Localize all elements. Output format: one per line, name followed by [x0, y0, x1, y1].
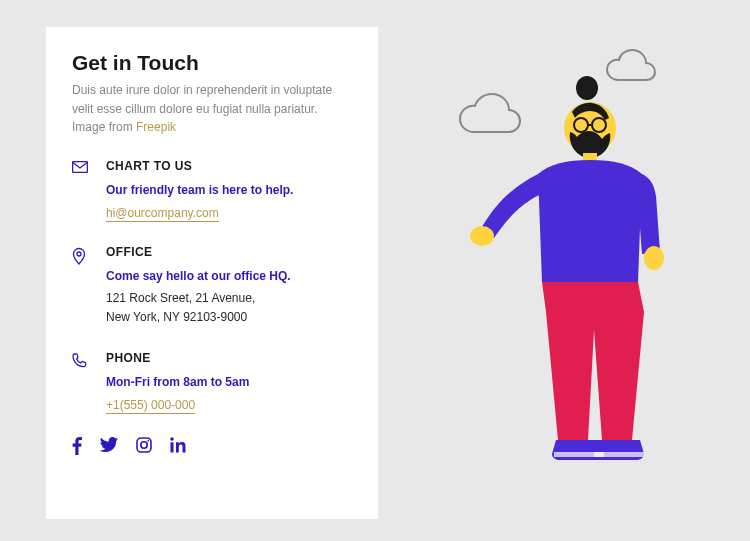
instagram-icon[interactable]: [136, 437, 152, 455]
svg-point-4: [147, 440, 149, 442]
facebook-icon[interactable]: [72, 437, 82, 455]
page-title: Get in Touch: [72, 51, 352, 75]
section-chart: CHART TO US Our friendly team is here to…: [72, 159, 352, 221]
phone-icon: [72, 351, 90, 413]
section-phone-body: PHONE Mon-Fri from 8am to 5am +1(555) 00…: [106, 351, 352, 413]
section-phone-sub: Mon-Fri from 8am to 5am: [106, 375, 352, 389]
svg-point-1: [77, 252, 81, 256]
phone-link[interactable]: +1(555) 000-000: [106, 398, 195, 414]
svg-rect-5: [171, 442, 174, 452]
section-office: OFFICE Come say hello at our office HQ. …: [72, 245, 352, 327]
section-chart-title: CHART TO US: [106, 159, 352, 173]
svg-point-14: [644, 246, 664, 270]
svg-rect-16: [594, 452, 644, 457]
mail-icon: [72, 159, 90, 221]
office-line2: New York, NY 92103-9000: [106, 308, 352, 327]
section-phone-title: PHONE: [106, 351, 352, 365]
intro-text: Duis aute irure dolor in reprehenderit i…: [72, 81, 352, 137]
pin-icon: [72, 245, 90, 327]
svg-point-7: [576, 76, 598, 100]
section-office-body: OFFICE Come say hello at our office HQ. …: [106, 245, 352, 327]
section-phone: PHONE Mon-Fri from 8am to 5am +1(555) 00…: [72, 351, 352, 413]
intro-link[interactable]: Freepik: [136, 120, 176, 134]
svg-point-13: [470, 226, 494, 246]
twitter-icon[interactable]: [100, 437, 118, 455]
section-chart-body: CHART TO US Our friendly team is here to…: [106, 159, 352, 221]
section-office-sub: Come say hello at our office HQ.: [106, 269, 352, 283]
office-line1: 121 Rock Sreet, 21 Avenue,: [106, 289, 352, 308]
person-illustration: [432, 40, 712, 510]
section-chart-sub: Our friendly team is here to help.: [106, 183, 352, 197]
svg-point-6: [170, 437, 174, 441]
svg-point-3: [141, 442, 147, 448]
email-link[interactable]: hi@ourcompany.com: [106, 206, 219, 222]
contact-card: Get in Touch Duis aute irure dolor in re…: [46, 27, 378, 519]
linkedin-icon[interactable]: [170, 437, 186, 455]
svg-rect-2: [137, 438, 151, 452]
section-office-title: OFFICE: [106, 245, 352, 259]
intro-body: Duis aute irure dolor in reprehenderit i…: [72, 83, 332, 134]
social-row: [72, 437, 352, 455]
